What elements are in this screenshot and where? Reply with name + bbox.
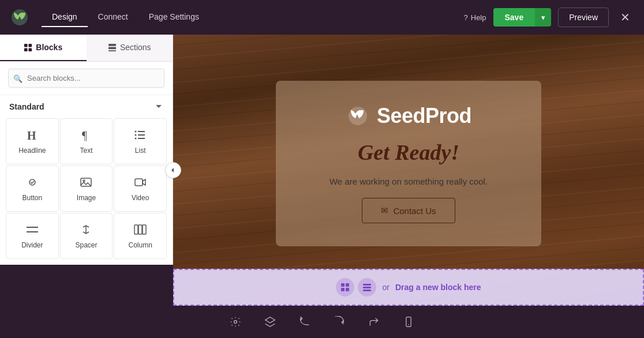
app-logo[interactable] [9,7,30,28]
block-list[interactable]: List [114,118,167,164]
svg-rect-26 [341,288,345,291]
tab-sections[interactable]: Sections [87,35,173,61]
nav-connect[interactable]: Connect [88,7,138,27]
drop-zone-icons [336,278,376,296]
settings-toolbar-button[interactable] [225,311,246,332]
topbar-nav: Design Connect Page Settings [42,7,209,27]
svg-rect-4 [108,43,116,46]
left-panel-wrap: Blocks Sections 🔍 Standard [0,35,173,306]
seedprod-logo-text: SeedProd [377,104,471,128]
svg-rect-3 [29,48,32,51]
block-button-label: Button [22,194,42,202]
save-button[interactable]: Save [493,8,536,27]
save-dropdown-button[interactable]: ▾ [535,8,551,27]
svg-rect-0 [24,43,28,47]
svg-rect-23 [143,225,146,234]
drop-zone[interactable]: or Drag a new block here [173,269,644,306]
svg-rect-24 [341,283,345,287]
block-headline[interactable]: H Headline [6,118,59,164]
svg-rect-29 [363,287,371,288]
rows-drop-icon [358,278,376,296]
help-icon: ? [464,13,468,22]
svg-rect-30 [363,290,371,291]
envelope-icon: ✉ [381,205,388,216]
svg-rect-6 [108,50,116,51]
close-button[interactable]: ✕ [616,8,635,27]
drop-or-text: or [382,283,389,292]
nav-page-settings[interactable]: Page Settings [138,7,209,27]
block-list-label: List [135,147,146,155]
svg-marker-32 [265,317,275,323]
contact-us-button[interactable]: ✉ Contact Us [362,198,455,223]
help-button[interactable]: ? Help [464,13,486,22]
svg-rect-2 [24,48,28,51]
svg-rect-27 [346,288,349,291]
bottom-toolbar [0,306,644,338]
svg-point-17 [83,180,85,182]
canvas-area: SeedProd Get Ready! We are working on so… [173,35,644,306]
blocks-section-title: Standard [9,102,44,111]
blocks-grid: H Headline ¶ Text List [0,116,173,265]
main-card: SeedProd Get Ready! We are working on so… [276,81,541,246]
block-button[interactable]: Button [6,166,59,212]
block-spacer[interactable]: Spacer [60,213,113,259]
canvas-background: SeedProd Get Ready! We are working on so… [173,35,644,306]
block-divider[interactable]: Divider [6,213,59,259]
undo-toolbar-button[interactable] [294,311,315,332]
svg-rect-18 [135,179,143,186]
main-area: Blocks Sections 🔍 Standard [0,35,644,306]
left-panel: Blocks Sections 🔍 Standard [0,35,173,265]
layers-toolbar-button[interactable] [260,311,280,332]
card-subtitle: We are working on something really cool. [330,176,488,186]
search-input[interactable] [8,69,164,88]
save-group: Save ▾ [493,8,552,27]
svg-point-14 [135,138,137,140]
seedprod-logo-icon [346,104,370,128]
card-tagline: Get Ready! [358,140,459,165]
block-text-label: Text [80,147,92,155]
redo-toolbar-button[interactable] [364,311,384,332]
panel-tabs: Blocks Sections [0,35,173,62]
history-toolbar-button[interactable] [329,311,350,332]
svg-rect-5 [108,47,116,49]
block-video-label: Video [132,194,149,202]
contact-us-label: Contact Us [393,206,436,216]
block-image-label: Image [77,194,96,202]
block-column-label: Column [128,241,152,249]
preview-button[interactable]: Preview [558,7,609,27]
chevron-down-icon[interactable] [154,102,163,111]
search-bar: 🔍 [0,62,173,95]
block-headline-label: Headline [18,147,46,155]
svg-point-12 [135,131,137,133]
nav-design[interactable]: Design [42,7,88,27]
svg-rect-1 [29,43,32,47]
svg-point-13 [135,134,137,136]
block-text[interactable]: ¶ Text [60,118,113,164]
svg-text:¶: ¶ [82,129,87,142]
svg-rect-25 [346,283,349,287]
svg-point-31 [234,321,237,324]
card-logo: SeedProd [346,104,471,128]
svg-rect-22 [138,225,142,234]
svg-rect-21 [134,225,138,234]
tab-blocks[interactable]: Blocks [0,35,87,61]
block-video[interactable]: Video [114,166,167,212]
search-icon: 🔍 [13,74,23,82]
panel-collapse-button[interactable] [165,162,181,178]
grid-drop-icon [336,278,354,296]
block-image[interactable]: Image [60,166,113,212]
topbar-right: ? Help Save ▾ Preview ✕ [464,7,635,27]
mobile-view-button[interactable] [398,311,419,332]
block-column[interactable]: Column [114,213,167,259]
svg-rect-28 [363,284,371,286]
topbar: Design Connect Page Settings ? Help Save… [0,0,644,35]
svg-text:H: H [27,129,36,142]
chevron-down-icon: ▾ [541,13,545,22]
blocks-section-header: Standard [0,95,173,116]
drag-block-link[interactable]: Drag a new block here [395,283,481,292]
block-spacer-label: Spacer [75,241,97,249]
block-divider-label: Divider [21,241,43,249]
tab-sections-label: Sections [120,43,151,52]
tab-blocks-label: Blocks [36,43,62,52]
